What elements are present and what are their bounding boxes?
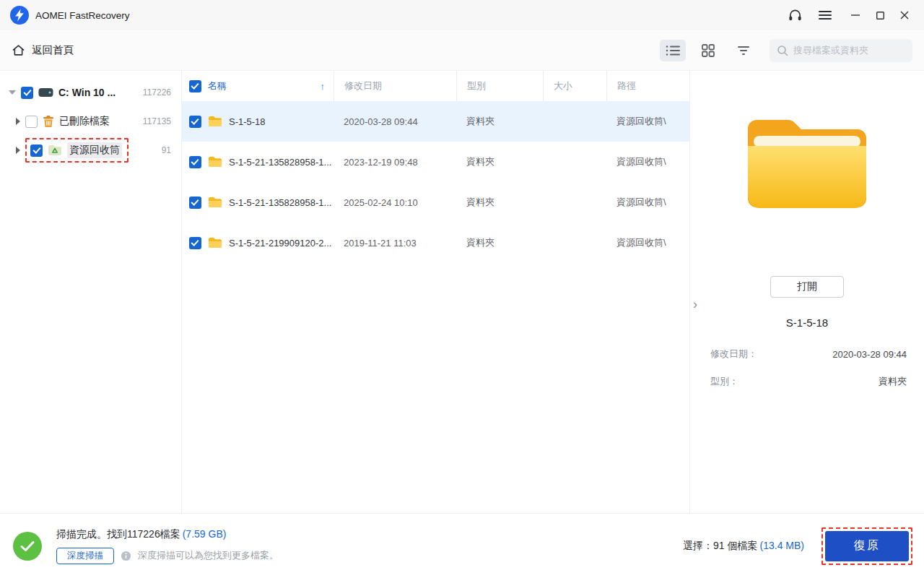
maximize-button[interactable]	[868, 4, 892, 26]
support-headset-button[interactable]	[783, 4, 807, 26]
folder-icon	[208, 197, 222, 208]
open-button[interactable]: 打開	[770, 276, 844, 298]
preview-file-name: S-1-5-18	[786, 316, 828, 329]
cell-date: 2019-11-21 11:03	[334, 238, 456, 249]
cell-type: 資料夾	[456, 196, 543, 209]
drive-label: C: Win 10 ...	[58, 87, 116, 98]
cell-path: 資源回收筒\	[606, 115, 689, 128]
grid-view-button[interactable]	[695, 40, 721, 61]
back-home-label: 返回首頁	[32, 43, 74, 57]
cell-date: 2023-12-19 09:48	[334, 157, 456, 168]
back-home-button[interactable]: 返回首頁	[12, 43, 74, 57]
column-header-name[interactable]: 名稱 ↑	[208, 71, 334, 101]
minimize-button[interactable]	[843, 4, 868, 26]
sidebar-item-drive[interactable]: C: Win 10 ... 117226	[0, 78, 181, 107]
cell-name: S-1-5-21-219909120-2...	[229, 238, 331, 249]
recycle-bin-highlight: 資源回收筒	[25, 138, 128, 163]
drive-checkbox[interactable]	[21, 87, 33, 99]
column-header-type[interactable]: 型別	[456, 71, 543, 101]
cell-type: 資料夾	[456, 236, 543, 249]
row-checkbox[interactable]	[189, 156, 201, 168]
table-header-row: 名稱 ↑ 修改日期 型別 大小 路徑	[182, 71, 689, 101]
cell-name: S-1-5-21-135828958-1...	[229, 197, 331, 208]
recycle-bin-count: 91	[162, 145, 171, 155]
preview-field-date: 修改日期： 2020-03-28 09:44	[710, 348, 907, 361]
field-label: 修改日期：	[710, 348, 757, 361]
field-value: 資料夾	[879, 375, 907, 388]
scan-complete-icon	[13, 532, 42, 561]
selection-summary: 選擇：91 個檔案(13.4 MB)	[683, 540, 804, 553]
list-view-button[interactable]	[660, 40, 686, 61]
search-icon	[777, 45, 788, 56]
expander-right-icon[interactable]	[16, 147, 20, 154]
info-icon	[121, 551, 131, 561]
cell-name: S-1-5-18	[229, 116, 266, 127]
expander-right-icon[interactable]	[16, 118, 20, 125]
row-checkbox[interactable]	[189, 116, 201, 128]
selection-size: (13.4 MB)	[760, 540, 804, 551]
toolbar: 返回首頁	[0, 30, 924, 71]
sidebar-tree: C: Win 10 ... 117226 已刪除檔案 117135	[0, 71, 182, 513]
table-row[interactable]: S-1-5-21-135828958-1... 2025-02-24 10:10…	[182, 182, 689, 223]
drive-icon	[38, 87, 53, 98]
table-row[interactable]: S-1-5-18 2020-03-28 09:44 資料夾 資源回收筒\	[182, 101, 689, 142]
scan-status-text: 掃描完成。找到117226檔案(7.59 GB)	[56, 528, 279, 541]
file-list: 名稱 ↑ 修改日期 型別 大小 路徑 S-1-5-18 2020-03-28 0…	[182, 71, 689, 513]
deleted-files-count: 117135	[143, 116, 171, 126]
table-row[interactable]: S-1-5-21-219909120-2... 2019-11-21 11:03…	[182, 223, 689, 263]
scan-size: (7.59 GB)	[183, 528, 227, 540]
cell-path: 資源回收筒\	[606, 155, 689, 168]
sidebar-item-recycle-bin[interactable]: 資源回收筒 91	[0, 136, 181, 165]
collapse-preview-button[interactable]: ›	[690, 296, 700, 312]
field-label: 型別：	[710, 375, 738, 388]
main-area: C: Win 10 ... 117226 已刪除檔案 117135	[0, 71, 924, 513]
column-header-size[interactable]: 大小	[543, 71, 606, 101]
app-logo-icon	[10, 6, 29, 25]
drive-count: 117226	[143, 87, 171, 98]
deleted-files-label: 已刪除檔案	[59, 115, 110, 128]
app-window: AOMEI FastRecovery 返回首頁	[0, 0, 924, 578]
close-button[interactable]	[892, 4, 917, 26]
recover-button[interactable]: 復原	[825, 531, 909, 561]
folder-icon	[208, 156, 222, 168]
cell-date: 2020-03-28 09:44	[334, 116, 456, 127]
deleted-files-checkbox[interactable]	[25, 116, 38, 128]
cell-date: 2025-02-24 10:10	[334, 197, 456, 208]
preview-folder-icon	[742, 111, 872, 228]
cell-path: 資源回收筒\	[606, 196, 689, 209]
folder-icon	[208, 237, 222, 249]
app-title: AOMEI FastRecovery	[35, 10, 130, 21]
field-value: 2020-03-28 09:44	[832, 349, 907, 360]
table-row[interactable]: S-1-5-21-135828958-1... 2023-12-19 09:48…	[182, 142, 689, 182]
column-header-date[interactable]: 修改日期	[334, 71, 456, 101]
column-header-path[interactable]: 路徑	[606, 71, 689, 101]
folder-icon	[208, 116, 222, 127]
recycle-bin-checkbox[interactable]	[30, 144, 43, 157]
home-icon	[12, 43, 25, 57]
sort-ascending-icon[interactable]: ↑	[321, 81, 326, 92]
deep-scan-hint: 深度掃描可以為您找到更多檔案。	[138, 549, 279, 562]
deep-scan-button[interactable]: 深度掃描	[56, 548, 114, 564]
menu-button[interactable]	[813, 4, 837, 26]
recycle-bin-label: 資源回收筒	[67, 142, 122, 158]
cell-type: 資料夾	[456, 155, 543, 168]
recover-highlight: 復原	[821, 527, 912, 565]
search-box	[770, 39, 912, 62]
titlebar: AOMEI FastRecovery	[0, 0, 924, 30]
cell-type: 資料夾	[456, 115, 543, 128]
recycle-folder-icon	[48, 144, 62, 156]
select-all-checkbox[interactable]	[189, 80, 201, 92]
cell-path: 資源回收筒\	[606, 236, 689, 249]
row-checkbox[interactable]	[189, 237, 201, 249]
trash-icon	[43, 115, 54, 128]
filter-button[interactable]	[731, 40, 757, 61]
cell-name: S-1-5-21-135828958-1...	[229, 157, 331, 168]
expander-down-icon[interactable]	[9, 90, 16, 95]
preview-panel: › 打開 S-1-5-18 修改日期： 2020	[689, 71, 924, 513]
preview-field-type: 型別： 資料夾	[710, 375, 907, 388]
search-input[interactable]	[793, 45, 905, 56]
status-bar: 掃描完成。找到117226檔案(7.59 GB) 深度掃描 深度掃描可以為您找到…	[0, 513, 924, 578]
row-checkbox[interactable]	[189, 197, 201, 209]
sidebar-item-deleted-files[interactable]: 已刪除檔案 117135	[0, 107, 181, 136]
